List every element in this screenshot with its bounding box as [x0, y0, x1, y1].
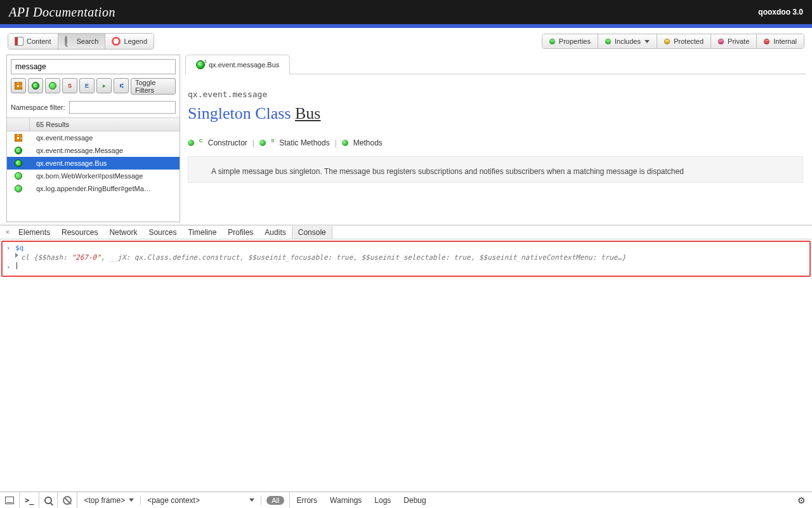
event-icon: E	[85, 83, 89, 89]
clear-button[interactable]	[58, 492, 77, 508]
private-toggle[interactable]: Private	[711, 34, 757, 48]
settings-button[interactable]: ⚙	[791, 495, 812, 505]
filter-static-button[interactable]: S	[62, 78, 77, 93]
dock-icon	[5, 497, 14, 504]
view-switcher: Content Search Legend	[8, 33, 154, 50]
results-header: 65 Results	[7, 117, 180, 131]
chevron-down-icon	[249, 498, 254, 502]
section-nav: CConstructor | SStatic Methods | Methods	[188, 138, 803, 147]
toggle-filters-button[interactable]: Toggle Filters	[131, 78, 176, 95]
devtools-statusbar: >_ <top frame> <page context> All Errors…	[0, 491, 812, 508]
properties-toggle[interactable]: Properties	[542, 34, 598, 48]
nav-methods[interactable]: Methods	[353, 138, 383, 147]
result-row[interactable]: qx.event.message	[7, 131, 180, 144]
class-name-link[interactable]: Bus	[295, 104, 320, 123]
context-selector[interactable]: <page context>	[141, 496, 261, 505]
devtools-close-button[interactable]: ×	[3, 228, 13, 237]
filter-switcher: Properties Includes Protected Private In…	[542, 34, 804, 49]
chevron-down-icon	[129, 498, 134, 502]
search-label: Search	[77, 37, 99, 45]
results-count: 65 Results	[30, 121, 180, 128]
chevron-down-icon	[645, 40, 650, 43]
method-icon	[15, 185, 22, 192]
method-icon	[15, 172, 22, 180]
result-label: qx.log.appender.RingBuffer#getMa…	[30, 185, 180, 192]
filter-class-button[interactable]: C	[28, 78, 43, 93]
toolbar: Content Search Legend Properties Include…	[0, 28, 812, 55]
class-icon: C	[15, 159, 22, 167]
result-row[interactable]: qx.bom.WebWorker#postMessage	[7, 170, 180, 182]
includes-toggle[interactable]: Includes	[598, 34, 657, 48]
dot-icon	[605, 39, 611, 44]
filter-property-button[interactable]: ▸	[96, 78, 112, 93]
console-input-line[interactable]: ›$q	[6, 243, 806, 253]
search-tab[interactable]: Search	[58, 34, 106, 49]
result-label: qx.event.message	[30, 134, 180, 142]
internal-toggle[interactable]: Internal	[757, 34, 804, 48]
result-row[interactable]: qx.log.appender.RingBuffer#getMa…	[7, 182, 180, 195]
search-icon	[65, 37, 74, 46]
method-icon	[49, 82, 56, 90]
filter-logs[interactable]: Logs	[368, 492, 397, 508]
filter-debug[interactable]: Debug	[397, 492, 432, 508]
console-icon: >_	[25, 496, 34, 505]
lifebuoy-icon	[112, 37, 121, 46]
class-icon: C1	[196, 60, 205, 69]
inspect-button[interactable]	[39, 492, 58, 508]
devtools-tab-console[interactable]: Console	[292, 226, 332, 239]
devtools-tab-network[interactable]: Network	[103, 226, 143, 239]
devtools-tabs: × ElementsResourcesNetworkSourcesTimelin…	[0, 225, 812, 239]
devtools-panel: × ElementsResourcesNetworkSourcesTimelin…	[0, 225, 812, 491]
filter-method-button[interactable]	[45, 78, 60, 93]
devtools-tab-sources[interactable]: Sources	[143, 226, 182, 239]
nav-static-methods[interactable]: Static Methods	[279, 138, 329, 147]
console-output-line: ›cl {$$hash: "267-0", __jX: qx.Class.def…	[6, 253, 806, 262]
result-label: qx.event.message.Bus	[30, 159, 180, 167]
description-box: A simple message bus singleton. The mess…	[188, 156, 803, 183]
results-list: qx.event.messageCqx.event.message.Messag…	[7, 131, 180, 222]
devtools-tab-elements[interactable]: Elements	[13, 226, 56, 239]
search-input[interactable]	[11, 59, 176, 74]
result-label: qx.event.message.Message	[30, 147, 180, 154]
content-pane: C1 qx.event.message.Bus qx.event.message…	[185, 55, 806, 222]
property-icon: ▸	[103, 83, 106, 89]
app-title: API Documentation	[9, 5, 115, 20]
result-row[interactable]: Cqx.event.message.Bus	[7, 157, 180, 170]
dot-icon	[718, 39, 724, 44]
legend-label: Legend	[124, 37, 147, 45]
filter-package-button[interactable]	[11, 78, 26, 93]
filter-errors[interactable]: Errors	[290, 492, 324, 508]
dot-icon	[259, 140, 266, 146]
nav-constructor[interactable]: Constructor	[208, 138, 247, 147]
console-toggle-button[interactable]: >_	[20, 492, 39, 508]
filter-warnings[interactable]: Warnings	[324, 492, 368, 508]
gear-icon: ⚙	[797, 495, 806, 505]
namespace-filter-label: Namespace filter:	[11, 104, 65, 111]
clear-icon	[63, 496, 72, 505]
namespace-filter-input[interactable]	[69, 101, 176, 114]
namespace-path: qx.event.message	[188, 90, 803, 99]
legend-tab[interactable]: Legend	[105, 34, 154, 49]
search-icon	[44, 497, 52, 504]
devtools-tab-resources[interactable]: Resources	[56, 226, 103, 239]
class-icon: C	[15, 147, 22, 154]
content-tab-item[interactable]: C1 qx.event.message.Bus	[185, 55, 290, 74]
dot-icon	[188, 140, 194, 146]
devtools-tab-timeline[interactable]: Timeline	[182, 226, 222, 239]
dock-button[interactable]	[0, 492, 20, 508]
content-tab[interactable]: Content	[8, 34, 58, 49]
expand-icon[interactable]	[15, 253, 18, 258]
filter-event-button[interactable]: E	[79, 78, 95, 93]
devtools-tab-audits[interactable]: Audits	[259, 226, 291, 239]
protected-toggle[interactable]: Protected	[657, 34, 711, 48]
console-prompt-line[interactable]: ›	[6, 262, 806, 272]
dot-icon	[664, 39, 670, 44]
devtools-tab-profiles[interactable]: Profiles	[222, 226, 259, 239]
frame-selector[interactable]: <top frame>	[77, 496, 141, 505]
filter-tree-button[interactable]: ⑆	[114, 78, 129, 93]
result-row[interactable]: Cqx.event.message.Message	[7, 144, 180, 157]
dot-icon	[764, 39, 769, 44]
result-label: qx.bom.WebWorker#postMessage	[30, 172, 180, 180]
filter-all-button[interactable]: All	[261, 492, 290, 508]
content-label: Content	[27, 37, 51, 45]
